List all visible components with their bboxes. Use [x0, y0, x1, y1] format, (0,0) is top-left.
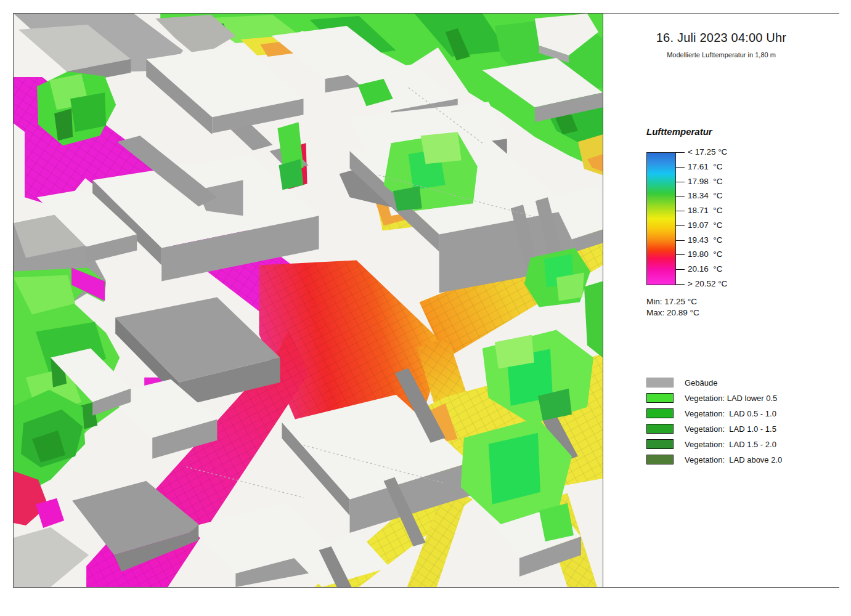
colorbar-tick [675, 152, 685, 153]
class-label: Vegetation: LAD 1.0 - 1.5 [685, 424, 776, 434]
class-legend-row: Vegetation: LAD 1.0 - 1.5 [646, 422, 831, 437]
page-subtitle: Modellierte Lufttemperatur in 1,80 m [603, 51, 839, 59]
colorbar-tick [675, 211, 685, 211]
colorbar-label: < 17.25 °C [688, 147, 727, 156]
class-legend-row: Gebäude [646, 376, 831, 391]
trees-courtyard-light [421, 132, 462, 164]
model-3d-view [14, 14, 603, 587]
class-legend-row: Vegetation: LAD 0.5 - 1.0 [646, 407, 831, 422]
class-swatch [646, 408, 674, 418]
legend-panel: 16. Juli 2023 04:00 Uhr Modellierte Luft… [603, 14, 839, 587]
colorbar-tick [675, 240, 685, 241]
colorbar-tick [675, 284, 685, 285]
colorbar-max: Max: 20.89 °C [646, 308, 699, 317]
colorbar-label: 19.07 °C [688, 221, 722, 230]
screenshot-root: 16. Juli 2023 04:00 Uhr Modellierte Luft… [0, 0, 851, 616]
page-title: 16. Juli 2023 04:00 Uhr [603, 31, 839, 45]
class-legend-row: Vegetation: LAD lower 0.5 [646, 391, 831, 407]
trees-right-mid-light [556, 272, 584, 301]
class-swatch [646, 378, 674, 387]
colorbar-tick [675, 182, 685, 182]
colorbar-ticks: < 17.25 °C17.61 °C17.98 °C18.34 °C18.71 … [675, 152, 829, 285]
colorbar-label: 17.61 °C [688, 162, 722, 171]
class-swatch [646, 424, 674, 434]
class-swatch [646, 455, 674, 464]
colorbar-tick [675, 167, 685, 168]
trees-bottomright-2-vivid [489, 433, 540, 505]
colorbar-label: 18.71 °C [688, 206, 722, 215]
colorbar-label: 19.80 °C [688, 249, 722, 259]
colorbar-label: 20.16 °C [688, 264, 722, 274]
colorbar-label: 17.98 °C [688, 177, 722, 186]
class-legend-row: Vegetation: LAD 1.5 - 2.0 [646, 437, 831, 453]
class-label: Vegetation: LAD lower 0.5 [685, 394, 777, 403]
class-label: Gebäude [685, 378, 718, 387]
colorbar-tick [675, 196, 685, 197]
colorbar-tick [675, 269, 685, 270]
class-label: Vegetation: LAD above 2.0 [685, 455, 782, 464]
class-swatch [646, 393, 674, 403]
colorbar-title: Lufttemperatur [646, 126, 712, 137]
colorbar-tick [675, 254, 685, 255]
colorbar-min: Min: 17.25 °C [646, 297, 697, 306]
figure-frame: 16. Juli 2023 04:00 Uhr Modellierte Luft… [13, 13, 839, 588]
class-label: Vegetation: LAD 0.5 - 1.0 [685, 409, 776, 418]
class-swatch [646, 439, 674, 449]
colorbar-label: > 20.52 °C [688, 279, 727, 288]
class-label: Vegetation: LAD 1.5 - 2.0 [685, 440, 776, 449]
colorbar-tick [675, 225, 685, 226]
colorbar-label: 19.43 °C [688, 235, 722, 245]
trees-topleft-mid [70, 92, 106, 132]
colorbar-label: 18.34 °C [688, 191, 722, 200]
class-legend-row: Vegetation: LAD above 2.0 [646, 453, 831, 468]
colorbar-gradient [646, 152, 676, 285]
class-legend: GebäudeVegetation: LAD lower 0.5Vegetati… [646, 376, 831, 468]
